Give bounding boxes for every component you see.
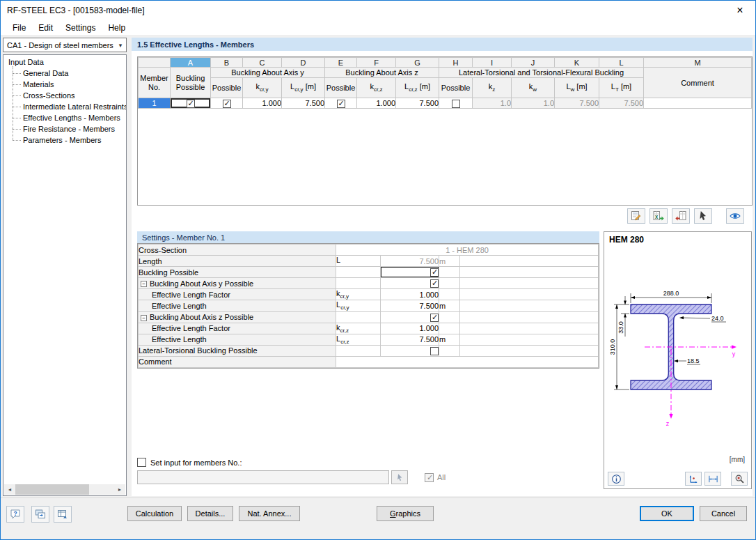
cross-section-drawing: y z 288.0 310. [606,247,748,468]
zoom-button[interactable] [731,472,748,486]
tree-item-fire-resistance[interactable]: Fire Resistance - Members [11,123,126,134]
kcrz-cell[interactable]: 1.000 [357,98,396,109]
axis-y-possible-cell[interactable] [211,98,243,109]
tree-item-materials[interactable]: Materials [11,79,126,90]
section-title: 1.5 Effective Lengths - Members [132,38,753,51]
y-axis-label: y [732,350,736,357]
close-button[interactable]: × [725,1,755,20]
ok-button[interactable]: OK [640,506,694,521]
axis-y-possible-setting-checkbox[interactable] [430,279,439,288]
help-button[interactable]: ? [6,506,24,523]
ltb-possible-cell[interactable] [439,98,473,109]
pick-member-button[interactable] [694,208,712,224]
settings-header: Settings - Member No. 1 [137,231,599,243]
column-header-F[interactable]: F [357,58,396,68]
axis-y-possible-checkbox[interactable] [223,100,231,108]
setting-row-ltb-possible: Lateral-Torsional Buckling Possible [139,345,599,356]
axis-z-possible-cell[interactable] [325,98,357,109]
column-header-J[interactable]: J [512,58,555,68]
setting-label: −Buckling About Axis z Possible [139,311,336,323]
column-header-D[interactable]: D [282,58,325,68]
menu-help[interactable]: Help [102,22,132,34]
tree-item-cross-sections[interactable]: Cross-Sections [11,90,126,101]
kcry-value[interactable]: 1.000 [381,289,439,300]
ltb-possible-setting-checkbox[interactable] [430,347,439,355]
column-header-H[interactable]: H [439,58,473,68]
column-header-A[interactable]: A [171,58,211,68]
excel-export-button[interactable]: X [649,208,668,224]
buckling-possible-setting-checkbox[interactable] [430,268,439,277]
buckling-possible-cell[interactable] [171,98,211,109]
axis-y-possible-setting-cell[interactable] [381,278,439,289]
scroll-left-icon[interactable]: ◄ [4,484,15,495]
set-input-checkbox[interactable] [137,458,146,467]
collapse-icon[interactable]: − [141,281,147,287]
column-header-K[interactable]: K [555,58,599,68]
kcrz-value[interactable]: 1.000 [381,323,439,334]
stress-points-button[interactable] [685,472,702,486]
scroll-right-icon[interactable]: ► [114,484,125,495]
windows-icon [35,509,46,520]
lcry-value[interactable]: 7.500 [381,300,439,311]
graphic-jump-button[interactable] [31,506,49,523]
lcrz-value[interactable]: 7.500 [381,334,439,345]
tree-item-effective-lengths[interactable]: Effective Lengths - Members [11,112,126,123]
view-mode-button[interactable] [726,208,744,224]
horizontal-scrollbar[interactable]: ◄ ► [4,484,125,495]
column-header-B[interactable]: B [211,58,243,68]
axis-z-possible-setting-checkbox[interactable] [430,314,439,322]
collapse-icon[interactable]: − [141,315,147,321]
lcrz-cell[interactable]: 7.500 [396,98,439,109]
nat-annex-button[interactable]: Nat. Annex... [239,506,300,521]
axis-z-possible-setting-cell[interactable] [381,311,439,323]
buckling-possible-setting-cell[interactable] [381,267,439,278]
section-panel-buttons [685,472,748,486]
ltb-possible-checkbox[interactable] [452,100,460,108]
dimensions-button[interactable] [704,472,721,486]
title-bar: RF-STEEL EC3 - [001583-model-file] [1,1,755,20]
axis-z-possible-checkbox[interactable] [337,100,345,108]
comment-cell[interactable] [644,98,752,109]
setting-row-lcry: Effective Length Lcr,y 7.500 m [139,300,599,311]
column-header-L[interactable]: L [599,58,644,68]
details-button[interactable]: Details... [187,506,233,521]
tree-item-intermediate-lateral-restraints[interactable]: Intermediate Lateral Restraints [11,101,126,112]
lcry-cell[interactable]: 7.500 [282,98,325,109]
column-header-E[interactable]: E [325,58,357,68]
window-title: RF-STEEL EC3 - [001583-model-file] [7,6,145,15]
kw-header: kw [512,78,555,98]
menu-settings[interactable]: Settings [59,22,102,34]
table-jump-button[interactable] [54,506,72,523]
buckling-possible-checkbox[interactable] [187,100,195,108]
column-header-G[interactable]: G [396,58,439,68]
column-header-I[interactable]: I [473,58,512,68]
tree-item-general-data[interactable]: General Data [11,68,126,79]
ltb-possible-setting-cell[interactable] [381,345,439,356]
comment-input[interactable] [336,356,599,367]
excel-import-button[interactable] [672,208,690,224]
setting-label: Comment [139,356,336,367]
column-header-C[interactable]: C [243,58,282,68]
tree-root-input-data[interactable]: Input Data [3,55,126,68]
members-input-row: All [137,470,446,484]
scrollbar-thumb[interactable] [15,484,89,495]
graphics-button[interactable]: Graphics [377,506,434,521]
row-number-cell[interactable]: 1 [139,98,171,109]
work-area: CA1 - Design of steel members ▾ Input Da… [1,36,755,497]
window-table-icon [57,509,68,520]
all-checkbox-group: All [425,473,446,482]
all-checkbox [425,473,434,482]
kcry-cell[interactable]: 1.000 [243,98,282,109]
cancel-button[interactable]: Cancel [700,506,747,521]
section-info-button[interactable] [608,472,624,486]
tree-item-parameters[interactable]: Parameters - Members [11,134,126,146]
design-case-dropdown[interactable]: CA1 - Design of steel members ▾ [3,38,127,52]
column-header-M[interactable]: M [644,58,752,68]
edit-settings-button[interactable] [627,208,645,224]
menu-edit[interactable]: Edit [32,22,59,34]
calculation-button[interactable]: Calculation [127,506,182,521]
menu-file[interactable]: File [6,22,32,34]
axis-z-group-header: Buckling About Axis z [325,68,439,78]
dimensions-icon [708,474,718,484]
setting-row-lcrz: Effective Length Lcr,z 7.500 m [139,334,599,345]
